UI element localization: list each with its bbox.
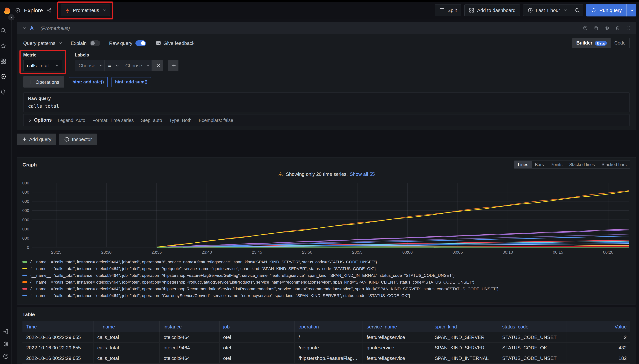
column-header-operation[interactable]: operation xyxy=(295,321,363,332)
legend-item[interactable]: {__name__="calls_total", instance="otelc… xyxy=(22,272,630,279)
label-key-select[interactable]: Choose xyxy=(75,60,105,71)
sidebar-search-icon[interactable] xyxy=(0,27,6,34)
graph-mode-stacked-lines[interactable]: Stacked lines xyxy=(566,161,598,168)
graph-mode-bars[interactable]: Bars xyxy=(532,161,547,168)
series-limit-warning: Showing only 20 time series. Show all 55 xyxy=(22,171,630,177)
chevron-down-icon xyxy=(629,8,634,13)
legend-item[interactable]: {__name__="calls_total", instance="otelc… xyxy=(22,292,630,299)
column-header-job[interactable]: job xyxy=(220,321,295,332)
zoom-out-time-button[interactable] xyxy=(571,4,583,16)
datasource-picker[interactable]: Prometheus xyxy=(60,4,110,16)
inspector-button[interactable]: Inspector xyxy=(59,134,97,145)
graph-mode-stacked-bars[interactable]: Stacked bars xyxy=(598,161,630,168)
column-header-servicename[interactable]: service_name xyxy=(363,321,431,332)
query-row-header[interactable]: A (Prometheus) xyxy=(17,22,636,34)
help-circle-icon[interactable] xyxy=(582,26,588,31)
table-cell: SPAN_KIND_INTERNAL xyxy=(431,353,498,363)
chevron-down-icon xyxy=(563,8,567,13)
legend-series-color xyxy=(22,261,27,262)
sidebar-expand-button[interactable] xyxy=(8,14,15,21)
legend-series-label: {__name__="calls_total", instance="otelc… xyxy=(30,260,377,264)
column-header-name[interactable]: __name__ xyxy=(94,321,160,332)
search-minus-icon xyxy=(574,8,580,13)
table-cell: otelcol:9464 xyxy=(160,343,220,353)
explain-label: Explain xyxy=(71,40,86,46)
collapse-chevron-icon[interactable] xyxy=(22,25,26,31)
label-value-select[interactable]: Choose xyxy=(122,60,152,71)
add-label-filter-button[interactable] xyxy=(168,60,178,71)
query-patterns-dropdown[interactable]: Query patterns xyxy=(23,40,62,46)
graph-mode-lines[interactable]: Lines xyxy=(514,161,532,168)
graph-mode-points[interactable]: Points xyxy=(547,161,566,168)
code-mode-button[interactable]: Code xyxy=(610,38,629,48)
column-header-time[interactable]: Time xyxy=(22,321,94,332)
metric-label: Metric xyxy=(23,52,62,58)
legend-item[interactable]: {__name__="calls_total", instance="otelc… xyxy=(22,265,630,272)
query-hints: hint: add rate()hint: add sum() xyxy=(69,77,151,87)
add-operation-button[interactable]: Operations xyxy=(23,76,64,88)
table-cell: / xyxy=(295,332,363,342)
remove-label-filter-button[interactable] xyxy=(152,60,163,71)
table-body: 2022-10-16 00:22:29.655calls_totalotelco… xyxy=(22,332,630,364)
time-series-chart[interactable]: 0200040006000800010000120001400023:2523:… xyxy=(22,180,630,257)
legend-item[interactable]: {__name__="calls_total", instance="otelc… xyxy=(22,300,630,302)
add-to-dashboard-button[interactable]: Add to dashboard xyxy=(464,4,520,16)
copy-query-icon[interactable] xyxy=(593,26,598,31)
legend-series-color xyxy=(22,295,27,296)
explain-toggle[interactable] xyxy=(90,40,100,46)
table-panel: Table Time__name__instancejoboperationse… xyxy=(17,308,636,364)
hide-query-eye-icon[interactable] xyxy=(604,26,610,31)
delete-query-trash-icon[interactable] xyxy=(615,26,620,31)
query-options-row[interactable]: Options Legend: AutoFormat: Time seriesS… xyxy=(23,114,630,126)
svg-text:00:05: 00:05 xyxy=(452,250,463,254)
add-query-button[interactable]: Add query xyxy=(17,134,56,145)
show-all-series-link[interactable]: Show all 55 xyxy=(350,171,375,177)
label-operator-select[interactable]: = xyxy=(105,60,122,71)
sidebar-star-icon[interactable] xyxy=(0,43,6,49)
sidebar-bell-icon[interactable] xyxy=(0,89,6,95)
split-button[interactable]: Split xyxy=(435,4,462,16)
svg-text:23:50: 23:50 xyxy=(302,250,312,254)
apps-grid-icon xyxy=(469,8,474,13)
table-cell: otel xyxy=(220,353,295,363)
column-header-statuscode[interactable]: status_code xyxy=(498,321,566,332)
metric-select[interactable]: calls_total xyxy=(23,60,62,71)
plus-icon xyxy=(28,79,32,85)
legend-item[interactable]: {__name__="calls_total", instance="otelc… xyxy=(22,258,630,265)
svg-text:8000: 8000 xyxy=(22,208,29,213)
grafana-explore-app: Explore Prometheus xyxy=(0,0,639,364)
beta-badge: Beta xyxy=(595,40,607,46)
legend-item[interactable]: {__name__="calls_total", instance="otelc… xyxy=(22,279,630,286)
sidebar-compass-icon[interactable] xyxy=(0,73,6,80)
sidebar-gear-icon[interactable] xyxy=(2,341,9,347)
prometheus-icon xyxy=(65,8,70,13)
column-header-value[interactable]: Value xyxy=(566,321,630,332)
raw-query-toggle[interactable] xyxy=(136,40,146,46)
grafana-logo[interactable] xyxy=(2,6,11,14)
sidebar-apps-icon[interactable] xyxy=(0,58,6,64)
query-hint-button-1[interactable]: hint: add sum() xyxy=(111,77,151,87)
drag-handle-icon[interactable] xyxy=(626,26,631,31)
column-header-spankind[interactable]: span_kind xyxy=(431,321,498,332)
run-query-button[interactable]: Run query xyxy=(586,4,636,16)
info-circle-icon xyxy=(64,136,69,142)
query-hint-button-0[interactable]: hint: add rate() xyxy=(69,77,108,87)
column-header-instance[interactable]: instance xyxy=(160,321,220,332)
sidebar-help-icon[interactable] xyxy=(2,353,9,360)
table-cell: SPAN_KIND_SERVER xyxy=(431,343,498,353)
metric-field-group: Metric calls_total xyxy=(23,52,62,71)
table-cell: 2 xyxy=(566,332,630,342)
svg-text:23:40: 23:40 xyxy=(202,250,212,254)
svg-text:12000: 12000 xyxy=(22,190,29,194)
time-range-picker[interactable]: Last 1 hour xyxy=(523,4,571,16)
legend-item[interactable]: {__name__="calls_total", instance="otelc… xyxy=(22,286,630,292)
table-cell: /getquote xyxy=(295,343,363,353)
give-feedback-link[interactable]: Give feedback xyxy=(156,40,194,46)
sidebar-signin-icon[interactable] xyxy=(2,328,9,335)
table-cell: calls_total xyxy=(94,332,160,342)
table-panel-title: Table xyxy=(22,312,35,317)
builder-mode-button[interactable]: Builder Beta xyxy=(572,38,610,48)
run-query-dropdown[interactable] xyxy=(626,4,636,16)
table-cell: 2022-10-16 00:22:29.655 xyxy=(22,332,94,342)
share-icon[interactable] xyxy=(46,8,52,13)
